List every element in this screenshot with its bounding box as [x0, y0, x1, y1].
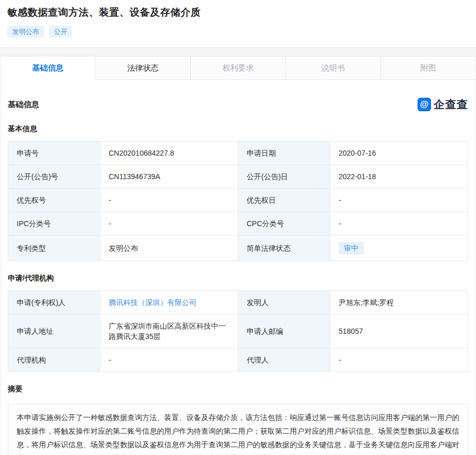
- section-head: 基础信息 @ 企查查: [8, 97, 468, 112]
- field-label: 简单法律状态: [238, 236, 330, 261]
- field-label: 申请人地址: [8, 314, 100, 348]
- basic-table-title: 基本信息: [8, 124, 468, 134]
- field-value: 审中: [330, 236, 468, 261]
- tab-legal-status[interactable]: 法律状态: [96, 56, 191, 80]
- field-value: CN113946739A: [100, 165, 238, 189]
- table-row: 优先权号 - 优先权日 -: [8, 189, 468, 212]
- field-label: 申请日期: [238, 142, 330, 165]
- abstract-text: 本申请实施例公开了一种敏感数据查询方法、装置、设备及存储介质，该方法包括：响应通…: [8, 404, 468, 455]
- tab-basic-info[interactable]: 基础信息: [1, 56, 96, 80]
- tab-claims[interactable]: 权利要求: [191, 56, 286, 80]
- basic-info-table: 申请号 CN202010684227.8 申请日期 2020-07-16 公开(…: [8, 141, 468, 261]
- applicant-company-link[interactable]: 腾讯科技（深圳）有限公司: [109, 298, 196, 307]
- field-value: 腾讯科技（深圳）有限公司: [100, 291, 238, 314]
- field-label: 申请(专利权)人: [8, 291, 100, 314]
- field-label: 公开(公告)日: [238, 165, 330, 189]
- table-row: IPC分类号 - CPC分类号 -: [8, 212, 468, 236]
- table-row: 公开(公告)号 CN113946739A 公开(公告)日 2022-01-18: [8, 165, 468, 189]
- field-value: -: [330, 212, 468, 236]
- field-label: CPC分类号: [238, 212, 330, 236]
- field-label: 申请号: [8, 142, 100, 165]
- tab-content: 基础信息 @ 企查查 基本信息 申请号 CN202010684227.8 申请日…: [1, 80, 475, 455]
- tab-description[interactable]: 说明书: [286, 56, 381, 80]
- field-value: -: [100, 189, 238, 212]
- table-row: 申请人地址 广东省深圳市南山区高新区科技中一路腾讯大厦35层 申请人邮编 518…: [8, 314, 468, 348]
- table-row: 专利类型 发明公布 简单法律状态 审中: [8, 236, 468, 261]
- table-row: 申请号 CN202010684227.8 申请日期 2020-07-16: [8, 142, 468, 165]
- applicant-table-title: 申请/代理机构: [8, 274, 468, 283]
- table-row: 代理机构 - 代理人 -: [8, 348, 468, 372]
- patent-type-tag: 发明公布: [7, 26, 44, 38]
- publicity-tag: 公开: [49, 26, 72, 38]
- field-value: 发明公布: [100, 236, 238, 261]
- field-label: 专利类型: [8, 236, 100, 261]
- field-value: -: [330, 189, 468, 212]
- field-value: 广东省深圳市南山区高新区科技中一路腾讯大厦35层: [100, 314, 238, 348]
- field-value: 2020-07-16: [330, 142, 468, 165]
- tab-figures[interactable]: 附图: [381, 56, 475, 80]
- field-value: -: [100, 348, 238, 372]
- page-background-gap: [0, 47, 476, 56]
- field-label: 公开(公告)号: [8, 165, 100, 189]
- field-label: 发明人: [238, 291, 330, 314]
- field-value: -: [100, 212, 238, 236]
- abstract-title: 摘要: [8, 384, 468, 394]
- applicant-agency-table: 申请(专利权)人 腾讯科技（深圳）有限公司 发明人 尹旭东;李斌;罗程 申请人地…: [8, 290, 468, 372]
- field-value: 518057: [330, 314, 468, 348]
- field-label: 代理机构: [8, 348, 100, 372]
- page-title: 敏感数据查询方法、装置、设备及存储介质: [7, 6, 469, 19]
- qichacha-brand-name: 企查查: [434, 97, 468, 112]
- table-row: 申请(专利权)人 腾讯科技（深圳）有限公司 发明人 尹旭东;李斌;罗程: [8, 291, 468, 314]
- field-value: 尹旭东;李斌;罗程: [330, 291, 468, 314]
- section-title-basic-info: 基础信息: [8, 100, 39, 110]
- field-label: 代理人: [238, 348, 330, 372]
- detail-panel: 基础信息 法律状态 权利要求 说明书 附图 基础信息 @ 企查查 基本信息 申请…: [0, 56, 476, 455]
- patent-header: 敏感数据查询方法、装置、设备及存储介质 发明公布 公开: [0, 0, 476, 47]
- status-badge: 审中: [339, 242, 364, 254]
- field-value: CN202010684227.8: [100, 142, 238, 165]
- qichacha-logo-icon: @: [417, 98, 431, 111]
- field-label: 优先权号: [8, 189, 100, 212]
- field-label: IPC分类号: [8, 212, 100, 236]
- field-label: 优先权日: [238, 189, 330, 212]
- qichacha-brand: @ 企查查: [417, 97, 468, 112]
- tag-row: 发明公布 公开: [7, 26, 469, 38]
- field-label: 申请人邮编: [238, 314, 330, 348]
- field-value: -: [330, 348, 468, 372]
- field-value: 2022-01-18: [330, 165, 468, 189]
- tab-bar: 基础信息 法律状态 权利要求 说明书 附图: [1, 56, 475, 80]
